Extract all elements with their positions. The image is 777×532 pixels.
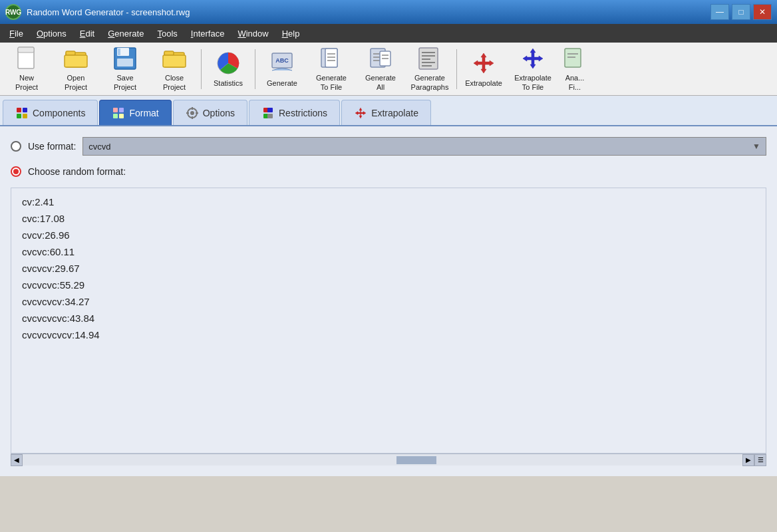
svg-rect-55 bbox=[267, 114, 273, 118]
open-project-button[interactable]: OpenProject bbox=[52, 46, 100, 92]
generate-label: Generate bbox=[267, 79, 297, 88]
tab-format[interactable]: Format bbox=[99, 100, 171, 125]
statistics-icon bbox=[215, 50, 241, 76]
scrollbar-thumb[interactable] bbox=[396, 456, 436, 464]
generate-button[interactable]: ABC Generate bbox=[258, 46, 306, 92]
extrapolate-button[interactable]: Extrapolate bbox=[460, 46, 508, 92]
svg-rect-38 bbox=[17, 108, 21, 112]
open-project-icon bbox=[63, 46, 89, 71]
statistics-button[interactable]: Statistics bbox=[204, 46, 252, 92]
list-item[interactable]: cvcv:26.96 bbox=[11, 227, 766, 243]
svg-rect-41 bbox=[23, 114, 27, 118]
save-project-button[interactable]: SaveProject bbox=[101, 46, 149, 92]
scroll-right-arrow[interactable]: ▶ bbox=[742, 454, 754, 466]
format-list: cv:2.41 cvc:17.08 cvcv:26.96 cvcvc:60.11… bbox=[11, 188, 766, 348]
scroll-left-arrow[interactable]: ◀ bbox=[11, 454, 23, 466]
svg-marker-34 bbox=[523, 49, 543, 68]
menu-file[interactable]: File bbox=[3, 26, 30, 41]
analyze-file-icon bbox=[561, 46, 588, 71]
tab-options-label: Options bbox=[203, 108, 235, 118]
svg-rect-10 bbox=[164, 51, 174, 55]
close-project-label: CloseProject bbox=[163, 74, 186, 91]
maximize-button[interactable]: □ bbox=[732, 4, 750, 20]
svg-rect-4 bbox=[65, 55, 87, 67]
use-format-row: Use format: cvcvd ▼ bbox=[11, 137, 766, 156]
generate-paragraphs-button[interactable]: GenerateParagraphs bbox=[406, 46, 454, 92]
menu-bar: File Options Edit Generate Tools Interfa… bbox=[0, 24, 777, 43]
list-item[interactable]: cvcvc:60.11 bbox=[11, 243, 766, 260]
open-project-label: OpenProject bbox=[65, 74, 87, 91]
choose-random-label: Choose random format: bbox=[28, 166, 126, 177]
list-item[interactable]: cvcvcv:29.67 bbox=[11, 260, 766, 277]
svg-rect-35 bbox=[565, 49, 581, 67]
extrapolate-label: Extrapolate bbox=[465, 79, 502, 88]
tab-restrictions-label: Restrictions bbox=[279, 108, 327, 118]
generate-to-file-button[interactable]: GenerateTo File bbox=[307, 46, 355, 92]
list-item[interactable]: cvc:17.08 bbox=[11, 210, 766, 227]
tab-bar: Components Format Options Restrictions bbox=[0, 96, 777, 126]
generate-to-file-icon bbox=[318, 46, 345, 71]
svg-marker-56 bbox=[355, 108, 366, 118]
menu-edit[interactable]: Edit bbox=[73, 26, 101, 41]
svg-point-47 bbox=[190, 111, 194, 115]
new-project-label: NewProject bbox=[15, 74, 38, 91]
svg-rect-49 bbox=[192, 116, 193, 119]
menu-interface[interactable]: Interface bbox=[184, 26, 232, 41]
close-project-button[interactable]: CloseProject bbox=[150, 46, 198, 92]
generate-to-file-label: GenerateTo File bbox=[316, 74, 347, 91]
use-format-radio[interactable] bbox=[11, 141, 21, 152]
menu-window[interactable]: Window bbox=[231, 26, 275, 41]
menu-options[interactable]: Options bbox=[30, 26, 73, 41]
svg-rect-51 bbox=[196, 112, 198, 114]
svg-rect-53 bbox=[267, 108, 273, 112]
scroll-menu-arrow[interactable]: ☰ bbox=[754, 454, 766, 466]
close-button[interactable]: ✕ bbox=[753, 4, 772, 20]
scrollbar-track[interactable] bbox=[23, 455, 742, 466]
tab-components-label: Components bbox=[33, 108, 85, 118]
svg-rect-11 bbox=[163, 55, 186, 67]
horizontal-scrollbar[interactable]: ◀ ▶ ☰ bbox=[11, 454, 766, 466]
svg-rect-8 bbox=[118, 49, 120, 55]
tab-extrapolate-label: Extrapolate bbox=[371, 108, 418, 118]
svg-rect-44 bbox=[113, 114, 118, 118]
tab-extrapolate[interactable]: Extrapolate bbox=[341, 100, 431, 125]
list-item[interactable]: cvcvcvcvcv:14.94 bbox=[11, 327, 766, 343]
tab-restrictions[interactable]: Restrictions bbox=[249, 100, 340, 125]
analyze-file-button[interactable]: Ana...Fi... bbox=[558, 46, 591, 92]
generate-all-button[interactable]: GenerateAll bbox=[357, 46, 404, 92]
menu-help[interactable]: Help bbox=[275, 26, 307, 41]
new-project-button[interactable]: NewProject bbox=[3, 46, 51, 92]
analyze-file-label: Ana...Fi... bbox=[565, 74, 585, 91]
extrapolate-to-file-button[interactable]: ExtrapolateTo File bbox=[509, 46, 557, 92]
list-item[interactable]: cvcvcvc:55.29 bbox=[11, 277, 766, 293]
generate-paragraphs-icon bbox=[416, 46, 443, 71]
list-item[interactable]: cv:2.41 bbox=[11, 194, 766, 210]
extrapolate-to-file-label: ExtrapolateTo File bbox=[514, 74, 551, 91]
toolbar: NewProject OpenProject SaveProject bbox=[0, 43, 777, 96]
choose-random-row: Choose random format: bbox=[11, 166, 766, 177]
svg-rect-39 bbox=[23, 108, 27, 112]
svg-text:ABC: ABC bbox=[275, 57, 289, 64]
menu-generate[interactable]: Generate bbox=[101, 26, 150, 41]
tab-components[interactable]: Components bbox=[3, 100, 98, 125]
main-content: Use format: cvcvd ▼ Choose random format… bbox=[0, 126, 777, 476]
format-list-container[interactable]: cv:2.41 cvc:17.08 cvcv:26.96 cvcvc:60.11… bbox=[11, 188, 766, 454]
statistics-label: Statistics bbox=[214, 79, 243, 88]
minimize-button[interactable]: — bbox=[710, 4, 729, 20]
list-item[interactable]: cvcvcvcv:34.27 bbox=[11, 293, 766, 310]
svg-rect-1 bbox=[18, 47, 34, 53]
svg-rect-50 bbox=[186, 112, 189, 114]
svg-rect-48 bbox=[192, 107, 193, 110]
menu-tools[interactable]: Tools bbox=[150, 26, 184, 41]
tab-format-label: Format bbox=[129, 108, 158, 118]
window-controls: — □ ✕ bbox=[710, 4, 772, 20]
choose-random-radio[interactable] bbox=[11, 166, 21, 177]
format-dropdown[interactable]: cvcvd ▼ bbox=[82, 137, 766, 156]
save-project-icon bbox=[112, 46, 138, 71]
format-dropdown-value: cvcvd bbox=[88, 142, 110, 152]
list-item[interactable]: cvcvcvcvc:43.84 bbox=[11, 310, 766, 327]
tab-options[interactable]: Options bbox=[173, 100, 247, 125]
save-project-label: SaveProject bbox=[114, 74, 136, 91]
svg-rect-16 bbox=[325, 49, 337, 67]
extrapolate-icon bbox=[470, 50, 497, 76]
